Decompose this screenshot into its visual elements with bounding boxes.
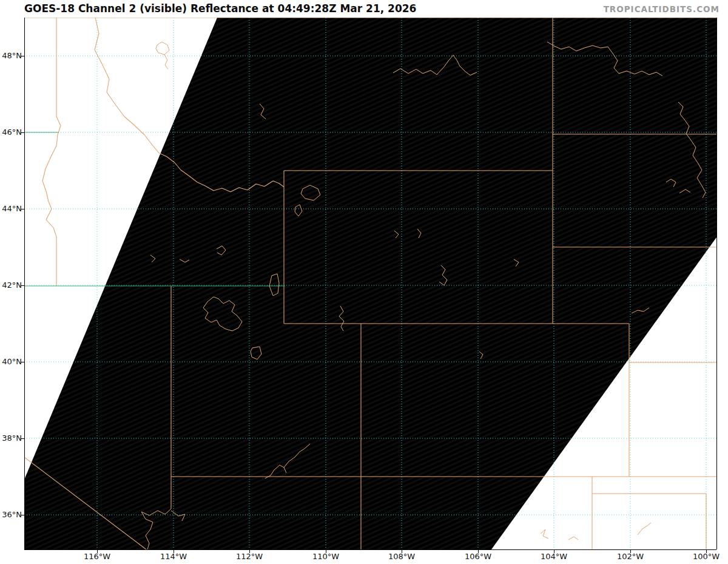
lat-tick-label: 46°N	[0, 127, 22, 137]
lon-tick-label: 102°W	[609, 552, 652, 561]
nm-squiggle-2	[568, 537, 578, 540]
lon-tick-label: 106°W	[457, 552, 499, 561]
flathead-lake	[156, 42, 169, 55]
nm-squiggle-1	[541, 529, 548, 539]
lon-tick-label: 104°W	[533, 552, 575, 561]
lat-tick-label: 42°N	[0, 280, 22, 290]
lat-tick-label: 38°N	[0, 433, 22, 443]
lon-tick-label: 110°W	[305, 552, 347, 561]
flathead-river	[164, 55, 168, 69]
lon-tick-label: 108°W	[380, 552, 423, 561]
lon-tick-label: 100°W	[685, 552, 727, 561]
tx-squiggle	[638, 523, 651, 535]
satellite-map	[0, 0, 728, 564]
lon-tick-label: 116°W	[76, 552, 118, 561]
lat-tick-label: 40°N	[0, 357, 22, 366]
lat-tick-label: 44°N	[0, 204, 22, 213]
border-idaho-west	[42, 18, 61, 286]
lat-tick-label: 48°N	[0, 51, 22, 60]
satellite-image-page: GOES-18 Channel 2 (visible) Reflectance …	[0, 0, 728, 564]
lon-tick-label: 112°W	[228, 552, 271, 561]
lat-tick-label: 36°N	[0, 510, 22, 519]
satellite-swath	[24, 18, 716, 549]
lon-tick-label: 114°W	[152, 552, 195, 561]
